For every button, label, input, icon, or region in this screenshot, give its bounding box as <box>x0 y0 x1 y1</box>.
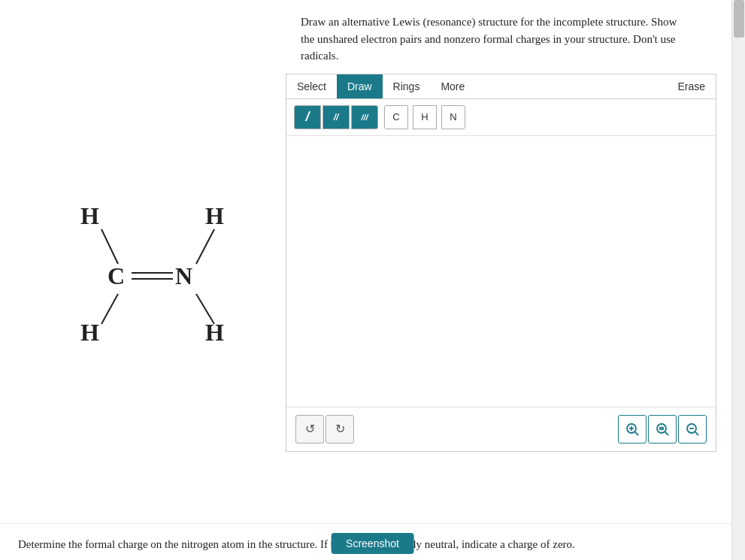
redo-icon: ↻ <box>335 422 345 436</box>
toolbar-tabs: Select Draw Rings More Erase <box>286 74 716 99</box>
bond-toolbar: / // /// C H N <box>286 99 716 136</box>
zoom-out-icon <box>686 422 699 436</box>
double-bond-button[interactable]: // <box>323 105 350 129</box>
tab-more[interactable]: More <box>430 74 475 98</box>
zoom-in-button[interactable] <box>618 415 647 443</box>
tab-select[interactable]: Select <box>286 74 337 98</box>
svg-line-20 <box>695 432 698 435</box>
zoom-buttons <box>618 415 707 443</box>
tab-draw[interactable]: Draw <box>337 74 383 98</box>
redo-button[interactable]: ↻ <box>326 415 354 443</box>
scrollbar-track[interactable] <box>731 0 745 560</box>
svg-text:H: H <box>205 319 224 346</box>
svg-text:H: H <box>205 202 224 229</box>
svg-line-6 <box>101 229 118 264</box>
single-bond-button[interactable]: / <box>294 105 321 129</box>
scrollbar-thumb[interactable] <box>734 0 744 38</box>
zoom-out-button[interactable] <box>678 415 707 443</box>
screenshot-badge[interactable]: Screenshot <box>331 533 414 554</box>
molecule-svg: H H C N H H <box>34 183 244 348</box>
svg-text:H: H <box>80 202 99 229</box>
bottom-toolbar: ↺ ↻ <box>286 407 716 451</box>
undo-icon: ↺ <box>305 422 315 436</box>
drawing-canvas[interactable] <box>286 136 716 407</box>
undo-redo-buttons: ↺ ↻ <box>295 415 354 443</box>
svg-text:C: C <box>108 262 125 289</box>
svg-line-15 <box>635 432 638 435</box>
carbon-atom-button[interactable]: C <box>384 105 408 129</box>
drawing-tool: Select Draw Rings More Erase / // /// <box>286 74 716 452</box>
single-bond-icon: / <box>305 109 309 125</box>
question-text: Draw an alternative Lewis (resonance) st… <box>286 0 707 74</box>
molecule-display: H H C N H H <box>34 183 244 348</box>
svg-line-10 <box>101 294 118 324</box>
left-panel: H H C N H H <box>0 0 278 560</box>
zoom-reset-button[interactable] <box>648 415 677 443</box>
svg-line-17 <box>665 432 668 435</box>
right-panel: Draw an alternative Lewis (resonance) st… <box>278 0 731 560</box>
double-bond-icon: // <box>334 113 339 122</box>
svg-point-16 <box>657 424 666 433</box>
zoom-reset-icon <box>656 422 669 436</box>
svg-line-7 <box>196 229 214 264</box>
erase-button[interactable]: Erase <box>667 74 716 98</box>
nitrogen-atom-button[interactable]: N <box>441 105 465 129</box>
hydrogen-atom-button[interactable]: H <box>413 105 437 129</box>
svg-text:H: H <box>80 319 99 346</box>
triple-bond-icon: /// <box>361 113 368 122</box>
triple-bond-button[interactable]: /// <box>351 105 378 129</box>
undo-button[interactable]: ↺ <box>295 415 324 443</box>
zoom-in-icon <box>625 422 639 436</box>
tab-rings[interactable]: Rings <box>383 74 431 98</box>
svg-text:N: N <box>175 262 192 289</box>
